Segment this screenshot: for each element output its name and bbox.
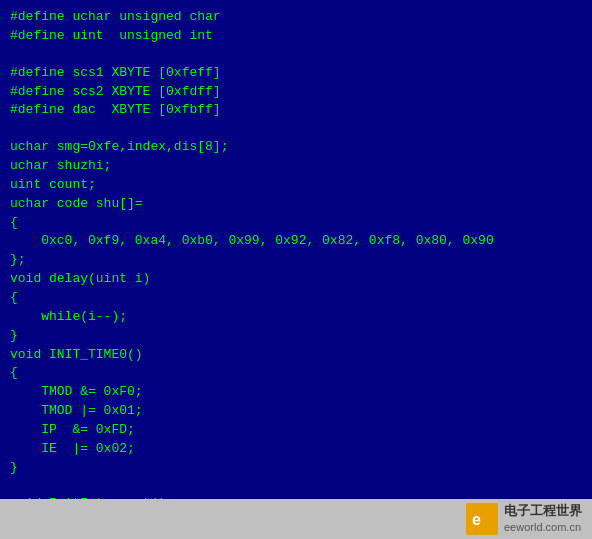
code-line: uint count; <box>10 176 582 195</box>
logo-site-url: eeworld.com.cn <box>504 520 582 534</box>
logo-area: e 电子工程世界 eeworld.com.cn <box>466 503 582 535</box>
code-editor: #define uchar unsigned char #define uint… <box>0 0 592 499</box>
code-line: { <box>10 214 582 233</box>
logo-text: 电子工程世界 eeworld.com.cn <box>504 503 582 534</box>
code-line-empty <box>10 46 582 64</box>
code-line: } <box>10 459 582 478</box>
code-line: uchar shuzhi; <box>10 157 582 176</box>
code-line: } <box>10 327 582 346</box>
code-line: #define dac XBYTE [0xfbff] <box>10 101 582 120</box>
code-line: void InitInterrupt() <box>10 495 582 499</box>
logo-site-name: 电子工程世界 <box>504 503 582 520</box>
eeworld-logo-svg: e <box>468 505 496 533</box>
logo-icon: e <box>466 503 498 535</box>
code-line-empty <box>10 120 582 138</box>
code-line: TMOD |= 0x01; <box>10 402 582 421</box>
code-line: uchar smg=0xfe,index,dis[8]; <box>10 138 582 157</box>
code-line: #define scs2 XBYTE [0xfdff] <box>10 83 582 102</box>
svg-text:e: e <box>472 511 481 528</box>
code-line: while(i--); <box>10 308 582 327</box>
code-line: { <box>10 364 582 383</box>
code-line: uchar code shu[]= <box>10 195 582 214</box>
code-line: IP &= 0xFD; <box>10 421 582 440</box>
code-line: void INIT_TIME0() <box>10 346 582 365</box>
code-line: #define scs1 XBYTE [0xfeff] <box>10 64 582 83</box>
code-line: void delay(uint i) <box>10 270 582 289</box>
code-line: 0xc0, 0xf9, 0xa4, 0xb0, 0x99, 0x92, 0x82… <box>10 232 582 251</box>
code-line: }; <box>10 251 582 270</box>
footer-bar: e 电子工程世界 eeworld.com.cn <box>0 499 592 539</box>
code-line: #define uchar unsigned char <box>10 8 582 27</box>
code-line: IE |= 0x02; <box>10 440 582 459</box>
code-line-empty <box>10 477 582 495</box>
code-line: { <box>10 289 582 308</box>
code-line: TMOD &= 0xF0; <box>10 383 582 402</box>
code-line: #define uint unsigned int <box>10 27 582 46</box>
